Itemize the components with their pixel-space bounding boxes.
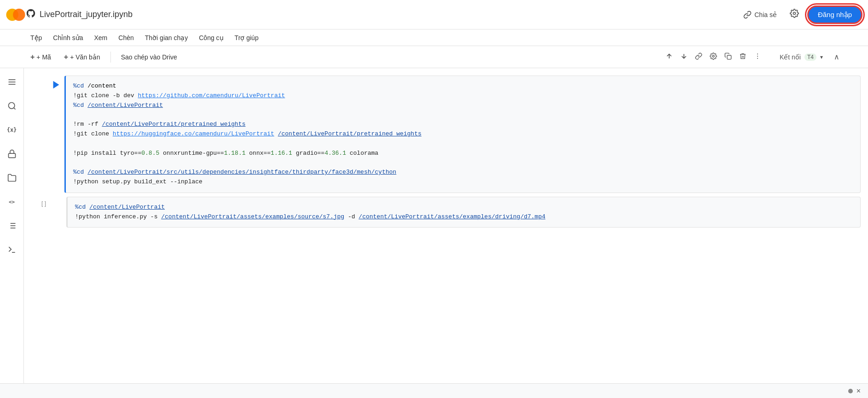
connect-label: Kết nối: [780, 53, 801, 61]
copy-cell-button[interactable]: [722, 51, 735, 64]
status-dot: [848, 389, 853, 393]
move-down-button[interactable]: [677, 51, 690, 64]
header-right: Chia sẻ Đăng nhập: [739, 6, 862, 24]
svg-marker-21: [53, 81, 59, 89]
share-button[interactable]: Chia sẻ: [739, 8, 781, 22]
delete-cell-button[interactable]: [736, 51, 749, 64]
cell-1-number: [31, 76, 46, 80]
menu-item-help[interactable]: Trợ giúp: [230, 32, 263, 43]
menu-item-insert[interactable]: Chèn: [114, 32, 138, 43]
menu-item-view[interactable]: Xem: [90, 32, 112, 43]
menu-item-file[interactable]: Tệp: [26, 32, 46, 43]
login-button[interactable]: Đăng nhập: [807, 6, 862, 24]
cell-1-content[interactable]: %cd /content !git clone -b dev https://g…: [64, 76, 861, 193]
sidebar-item-terminal[interactable]: [4, 241, 20, 258]
connect-badge: T4: [804, 53, 816, 61]
cell-2-number: [ ]: [31, 197, 46, 207]
share-label: Chia sẻ: [754, 11, 777, 18]
notebook-title: LivePortrait_jupyter.ipynb: [40, 10, 133, 19]
status-bar: ×: [0, 383, 868, 398]
github-icon: [26, 8, 36, 21]
chevron-down-icon: ▾: [820, 54, 823, 60]
svg-point-7: [757, 58, 758, 59]
content-area: %cd /content !git clone -b dev https://g…: [24, 68, 868, 398]
svg-point-6: [757, 56, 758, 57]
svg-rect-4: [727, 55, 731, 59]
toolbar-divider: [110, 52, 111, 63]
svg-line-12: [13, 108, 15, 110]
collapse-toolbar-button[interactable]: ∧: [831, 50, 842, 64]
svg-rect-13: [8, 153, 15, 158]
sidebar-item-variables[interactable]: {x}: [4, 122, 20, 138]
add-text-label: + Văn bản: [70, 53, 100, 61]
sidebar-item-code[interactable]: <>: [4, 193, 20, 210]
toolbar: + + Mã + + Văn bản Sao chép vào Drive: [0, 46, 868, 68]
cell-2-content[interactable]: %cd /content/LivePortrait !python infere…: [66, 197, 861, 228]
sidebar-item-commands[interactable]: [4, 217, 20, 234]
add-text-button[interactable]: + + Văn bản: [59, 50, 105, 64]
header: LivePortrait_jupyter.ipynb Chia sẻ Đăng …: [0, 0, 868, 29]
run-cell-1-button[interactable]: [50, 78, 63, 91]
cell-1-wrapper: %cd /content !git clone -b dev https://g…: [24, 76, 868, 193]
sidebar-item-secrets[interactable]: [4, 146, 20, 162]
copy-drive-label: Sao chép vào Drive: [121, 53, 177, 61]
move-up-button[interactable]: [663, 51, 676, 64]
menu-item-edit[interactable]: Chỉnh sửa: [48, 32, 87, 43]
more-options-button[interactable]: [751, 51, 764, 64]
connect-button[interactable]: Kết nối T4 ▾: [775, 51, 827, 64]
svg-point-1: [13, 8, 25, 20]
plus-icon: +: [30, 53, 35, 61]
sidebar-item-menu[interactable]: [4, 74, 20, 90]
settings-button[interactable]: [787, 6, 802, 23]
copy-drive-button[interactable]: Sao chép vào Drive: [116, 51, 182, 64]
sidebar-item-search[interactable]: [4, 98, 20, 114]
left-sidebar: {x} <>: [0, 68, 24, 398]
sidebar-item-files[interactable]: [4, 170, 20, 186]
menu-item-runtime[interactable]: Thời gian chạy: [140, 32, 192, 43]
add-code-button[interactable]: + + Mã: [26, 50, 56, 64]
cell-settings-button[interactable]: [707, 51, 720, 64]
menu-item-tools[interactable]: Công cụ: [194, 32, 228, 43]
colab-logo[interactable]: [6, 5, 26, 25]
svg-point-5: [757, 53, 758, 54]
close-status-button[interactable]: ×: [856, 387, 861, 395]
svg-point-3: [712, 55, 714, 57]
svg-point-2: [793, 12, 795, 15]
add-code-label: + Mã: [36, 53, 51, 61]
plus-icon-2: +: [64, 53, 68, 61]
cell-2-wrapper: [ ] %cd /content/LivePortrait !python in…: [24, 197, 868, 228]
menubar: Tệp Chỉnh sửa Xem Chèn Thời gian chạy Cô…: [0, 29, 868, 46]
main-layout: {x} <> %cd /content !git clone -b dev ht…: [0, 68, 868, 398]
toolbar-right: Kết nối T4 ▾ ∧: [663, 50, 842, 64]
svg-point-11: [8, 103, 14, 109]
link-cell-button[interactable]: [692, 51, 705, 64]
